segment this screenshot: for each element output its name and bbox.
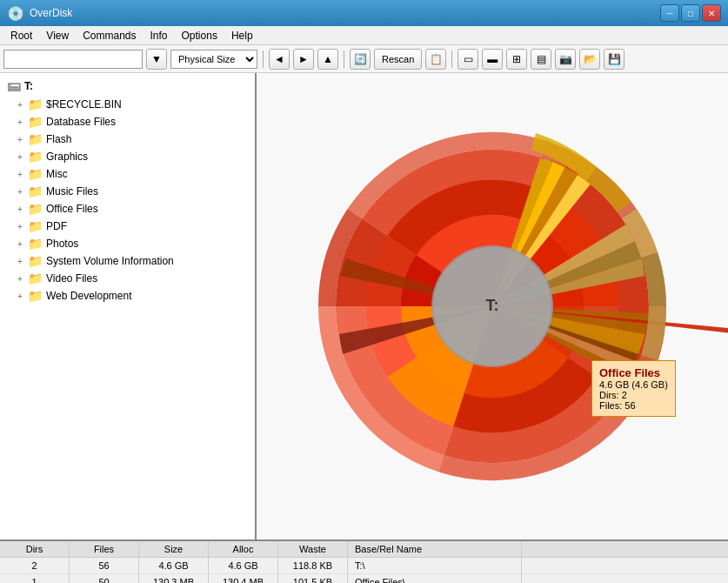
titlebar-controls: ─ □ ✕ (660, 4, 721, 22)
menu-options[interactable]: Options (175, 28, 224, 44)
row1-waste: 118.8 KB (278, 558, 348, 573)
expand-icon: + (17, 274, 26, 284)
maximize-button[interactable]: □ (681, 4, 700, 22)
folder-icon: 📁 (28, 202, 43, 216)
tree-item-misc[interactable]: + 📁 Misc (0, 165, 255, 183)
tree-root-label: T: (24, 80, 33, 92)
menu-view[interactable]: View (39, 28, 76, 44)
tree-item-label: Graphics (46, 151, 88, 163)
row1-alloc: 4.6 GB (209, 558, 278, 573)
row2-dirs: 1 (0, 574, 70, 583)
tree-item-photos[interactable]: + 📁 Photos (0, 235, 255, 252)
tree-item-label: Video Files (46, 272, 97, 285)
tree-item-label: Office Files (46, 203, 98, 215)
col-dirs-header: Dirs (0, 541, 70, 557)
tree-item-label: PDF (46, 220, 67, 232)
tree-item-webdev[interactable]: + 📁 Web Development (0, 287, 255, 305)
nav-back-button[interactable]: ◄ (269, 49, 290, 70)
tree-item-database[interactable]: + 📁 Database Files (0, 113, 255, 131)
expand-icon: + (17, 239, 26, 249)
row1-name: T:\ (348, 558, 522, 573)
tree-item-graphics[interactable]: + 📁 Graphics (0, 148, 255, 165)
tree-item-label: System Volume Information (46, 255, 174, 267)
statusbar-rows: 2 56 4.6 GB 4.6 GB 118.8 KB T:\ 1 50 130… (0, 558, 728, 583)
nav-up-button[interactable]: ▲ (317, 49, 338, 70)
close-button[interactable]: ✕ (702, 4, 721, 22)
folder-icon: 📁 (28, 237, 43, 251)
tree-item-label: Photos (46, 238, 78, 250)
row2-waste: 101.5 KB (278, 574, 348, 583)
col-files-header: Files (70, 541, 139, 557)
col-name-header: Base/Rel Name (348, 541, 522, 557)
expand-icon: + (17, 257, 26, 266)
save-icon[interactable]: 💾 (604, 49, 624, 70)
tree-item-label: Database Files (46, 116, 116, 128)
minimize-button[interactable]: ─ (660, 4, 679, 22)
status-row-1: 2 56 4.6 GB 4.6 GB 118.8 KB T:\ (0, 558, 728, 574)
menu-info[interactable]: Info (144, 28, 175, 44)
expand-icon: + (17, 117, 26, 127)
tree-item-office[interactable]: + 📁 Office Files (0, 200, 255, 218)
folder-icon: 📁 (28, 254, 43, 268)
tree-item-video[interactable]: + 📁 Video Files (0, 270, 255, 287)
expand-icon: + (17, 187, 26, 197)
menu-commands[interactable]: Commands (76, 28, 143, 44)
folder-icon: 📁 (28, 97, 43, 111)
row2-alloc: 130.4 MB (209, 574, 278, 583)
svg-text:T:: T: (486, 297, 499, 314)
camera-icon[interactable]: 📷 (555, 49, 576, 70)
path-input[interactable] (3, 50, 143, 69)
menu-root[interactable]: Root (3, 28, 39, 44)
tree-item-recycle[interactable]: + 📁 $RECYCLE.BIN (0, 96, 255, 113)
nav-forward-button[interactable]: ► (293, 49, 314, 70)
titlebar-left: 💿 OverDisk (7, 5, 72, 22)
expand-icon: + (17, 135, 26, 144)
row2-name: Office Files\ (348, 574, 522, 583)
tree-panel: 🖴 T: + 📁 $RECYCLE.BIN + 📁 Database Files… (0, 73, 257, 539)
folder-icon: 📁 (28, 115, 43, 129)
rescan-button[interactable]: Rescan (374, 49, 422, 70)
expand-icon: + (17, 204, 26, 214)
separator-1 (263, 50, 264, 68)
path-dropdown-btn[interactable]: ▼ (146, 49, 167, 70)
separator-3 (451, 50, 452, 68)
tree-item-label: Web Development (46, 290, 132, 302)
folder-icon: 📁 (28, 219, 43, 233)
titlebar-title: OverDisk (30, 7, 72, 19)
folder-icon: 📁 (28, 271, 43, 285)
tree-item-music[interactable]: + 📁 Music Files (0, 183, 255, 200)
expand-icon: + (17, 152, 26, 162)
view-mode-1[interactable]: ▭ (458, 49, 478, 70)
tree-item-label: Music Files (46, 185, 98, 198)
status-row-2: 1 50 130.3 MB 130.4 MB 101.5 KB Office F… (0, 574, 728, 583)
app-icon: 💿 (7, 5, 24, 22)
open-icon[interactable]: 📂 (579, 49, 600, 70)
view-mode-3[interactable]: ⊞ (506, 49, 527, 70)
main-content: 🖴 T: + 📁 $RECYCLE.BIN + 📁 Database Files… (0, 73, 728, 539)
tree-root[interactable]: 🖴 T: (0, 77, 255, 96)
view-mode-2[interactable]: ▬ (482, 49, 503, 70)
menu-help[interactable]: Help (224, 28, 260, 44)
expand-icon: + (17, 292, 26, 301)
size-mode-select[interactable]: Physical Size Logical Size (170, 50, 257, 69)
statusbar: Dirs Files Size Alloc Waste Base/Rel Nam… (0, 539, 728, 583)
tree-item-flash[interactable]: + 📁 Flash (0, 131, 255, 148)
tree-item-label: $RECYCLE.BIN (46, 98, 122, 111)
tree-item-pdf[interactable]: + 📁 PDF (0, 218, 255, 235)
col-waste-header: Waste (278, 541, 348, 557)
tree-item-sysinfo[interactable]: + 📁 System Volume Information (0, 252, 255, 270)
row2-size: 130.3 MB (139, 574, 209, 583)
col-size-header: Size (139, 541, 209, 557)
disk-chart: T: (257, 73, 728, 539)
view-mode-4[interactable]: ▤ (531, 49, 551, 70)
tree-item-label: Flash (46, 133, 71, 145)
chart-panel[interactable]: T: Office Files (257, 73, 728, 539)
refresh-icon[interactable]: 🔄 (350, 49, 371, 70)
expand-icon: + (17, 170, 26, 179)
folder-icon: 📁 (28, 184, 43, 198)
row1-dirs: 2 (0, 558, 70, 573)
separator-2 (344, 50, 344, 68)
tree-item-label: Misc (46, 168, 68, 180)
export-icon[interactable]: 📋 (425, 49, 446, 70)
row1-size: 4.6 GB (139, 558, 209, 573)
